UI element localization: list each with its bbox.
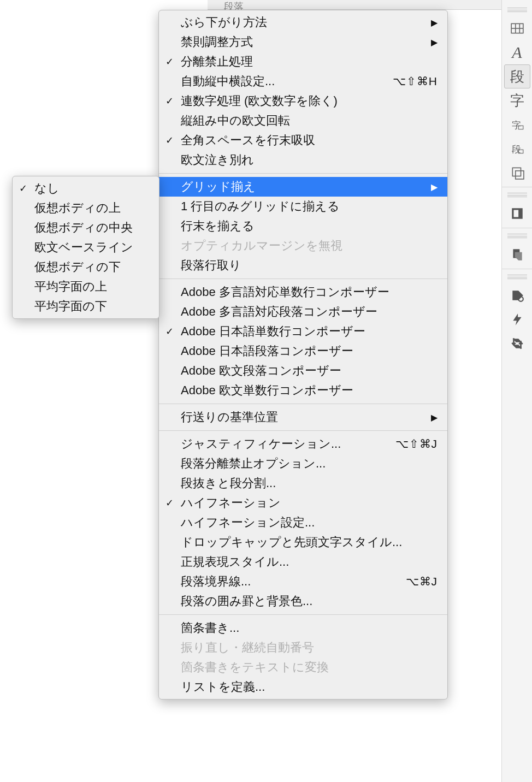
composer-jp-para-menuitem[interactable]: Adobe 日本語段落コンポーザー — [159, 341, 447, 361]
absorb-space-menuitem[interactable]: ✓全角スペースを行末吸収 — [159, 131, 447, 150]
grid-first-line-menuitem[interactable]: 1 行目のみグリッドに揃える — [159, 197, 447, 216]
panel-grip-icon[interactable] — [507, 275, 527, 279]
span-columns-menuitem[interactable]: 段抜きと段分割... — [159, 473, 447, 493]
embox-top-menuitem[interactable]: 仮想ボディの上 — [13, 198, 159, 218]
script-panel-icon[interactable] — [504, 242, 530, 266]
chevron-right-icon: ▶ — [431, 182, 438, 192]
menu-item-label: 分離禁止処理 — [181, 54, 438, 70]
panel-grip-icon[interactable] — [507, 8, 527, 12]
panel-grip-icon[interactable] — [507, 193, 527, 197]
menu-item-label: 行送りの基準位置 — [181, 409, 424, 425]
menu-item-label: グリッド揃え — [181, 179, 424, 195]
menu-item-label: 禁則調整方式 — [181, 34, 424, 50]
kinsoku-adjust-menuitem[interactable]: 禁則調整方式▶ — [159, 32, 447, 52]
menu-item-label: 段落境界線... — [181, 573, 395, 590]
character-panel-icon[interactable]: A — [504, 40, 530, 64]
panel-grip-icon[interactable] — [507, 234, 527, 238]
composer-world-para-menuitem[interactable]: Adobe 多言語対応段落コンポーザー — [159, 302, 447, 322]
menu-item-label: 仮想ボディの下 — [34, 259, 149, 275]
check-icon: ✓ — [165, 56, 174, 68]
embox-bottom-menuitem[interactable]: 仮想ボディの下 — [13, 257, 159, 277]
menu-separator — [159, 173, 447, 174]
check-icon: ✓ — [165, 497, 174, 509]
menu-item-label: Adobe 欧文段落コンポーザー — [181, 363, 438, 379]
menu-item-label: 行末を揃える — [181, 218, 438, 234]
composer-roman-para-menuitem[interactable]: Adobe 欧文段落コンポーザー — [159, 361, 447, 381]
menu-group-4: 行送りの基準位置▶ — [159, 407, 447, 427]
menu-item-label: なし — [34, 180, 149, 197]
svg-text:字: 字 — [512, 120, 521, 131]
menu-item-label: 正規表現スタイル... — [181, 554, 438, 570]
grep-styles-menuitem[interactable]: 正規表現スタイル... — [159, 552, 447, 572]
keep-options-menuitem[interactable]: 段落分離禁止オプション... — [159, 454, 447, 473]
grid-panel-icon[interactable] — [504, 16, 530, 40]
menu-item-label: 仮想ボディの中央 — [34, 220, 149, 236]
icf-bottom-menuitem[interactable]: 平均字面の下 — [13, 297, 159, 316]
para-style-panel-icon[interactable]: 段 — [504, 137, 530, 161]
grid-align-menuitem[interactable]: グリッド揃え▶ — [159, 177, 447, 197]
menu-item-label: ハイフネーション設定... — [181, 514, 438, 531]
menu-item-label: ぶら下がり方法 — [181, 14, 424, 31]
paragraph-gyodori-menuitem[interactable]: 段落行取り — [159, 256, 447, 275]
none-menuitem[interactable]: ✓なし — [13, 179, 159, 198]
menu-group-3: Adobe 多言語対応単数行コンポーザーAdobe 多言語対応段落コンポーザー✓… — [159, 282, 447, 400]
svg-rect-9 — [515, 171, 523, 179]
paragraph-border-menuitem[interactable]: 段落の囲み罫と背景色... — [159, 591, 447, 611]
menu-item-label: 段抜きと段分割... — [181, 475, 438, 491]
roman-break-menuitem[interactable]: 欧文泣き別れ — [159, 150, 447, 170]
hyphenation-settings-menuitem[interactable]: ハイフネーション設定... — [159, 513, 447, 532]
define-lists-menuitem[interactable]: リストを定義... — [159, 677, 447, 697]
composer-world-single-menuitem[interactable]: Adobe 多言語対応単数行コンポーザー — [159, 282, 447, 302]
bolt-panel-icon[interactable] — [504, 307, 530, 331]
no-break-menuitem[interactable]: ✓分離禁止処理 — [159, 52, 447, 72]
menu-group-2: グリッド揃え▶1 行目のみグリッドに揃える行末を揃えるオプティカルマージンを無視… — [159, 177, 447, 275]
bullets-menuitem[interactable]: 箇条書き... — [159, 618, 447, 638]
menu-item-label: リストを定義... — [181, 679, 438, 695]
object-style-panel-icon[interactable] — [504, 161, 530, 185]
auto-tcy-menuitem[interactable]: 自動縦中横設定...⌥⇧⌘H — [159, 72, 447, 91]
tag-panel-icon[interactable] — [504, 283, 530, 307]
menu-item-label: Adobe 多言語対応段落コンポーザー — [181, 304, 438, 320]
hyphenation-menuitem[interactable]: ✓ハイフネーション — [159, 493, 447, 513]
number-group-menuitem[interactable]: ✓連数字処理 (欧文数字を除く) — [159, 91, 447, 111]
menu-separator — [159, 404, 447, 404]
menu-item-label: 自動縦中横設定... — [181, 73, 382, 90]
embox-center-menuitem[interactable]: 仮想ボディの中央 — [13, 218, 159, 238]
menu-item-label: 振り直し・継続自動番号 — [181, 639, 438, 656]
story-panel-icon[interactable] — [504, 202, 530, 226]
paragraph-panel-menu: ぶら下がり方法▶禁則調整方式▶✓分離禁止処理自動縦中横設定...⌥⇧⌘H✓連数字… — [158, 10, 448, 700]
menu-item-label: Adobe 多言語対応単数行コンポーザー — [181, 284, 438, 300]
justification-menuitem[interactable]: ジャスティフィケーション...⌥⇧⌘J — [159, 434, 447, 454]
menu-item-shortcut: ⌥⌘J — [395, 575, 438, 588]
menu-item-label: Adobe 日本語単数行コンポーザー — [181, 323, 438, 340]
icf-top-menuitem[interactable]: 平均字面の上 — [13, 277, 159, 297]
svg-rect-8 — [512, 168, 521, 176]
glyph-panel-icon[interactable]: 字 — [504, 88, 530, 112]
menu-item-label: 箇条書きをテキストに変換 — [181, 659, 438, 676]
align-line-end-menuitem[interactable]: 行末を揃える — [159, 216, 447, 236]
rotate-roman-menuitem[interactable]: 縦組み中の欧文回転 — [159, 111, 447, 131]
roman-baseline-menuitem[interactable]: 欧文ベースライン — [13, 238, 159, 257]
paragraph-panel-icon[interactable]: 段 — [504, 64, 530, 88]
panel-separator — [502, 269, 532, 269]
svg-rect-11 — [513, 210, 518, 217]
hanging-method-menuitem[interactable]: ぶら下がり方法▶ — [159, 13, 447, 32]
composer-jp-single-menuitem[interactable]: ✓Adobe 日本語単数行コンポーザー — [159, 322, 447, 341]
char-style-panel-icon[interactable]: 字 — [504, 112, 530, 137]
menu-separator — [159, 279, 447, 279]
leading-basis-menuitem[interactable]: 行送りの基準位置▶ — [159, 407, 447, 427]
menu-item-shortcut: ⌥⇧⌘H — [382, 75, 438, 88]
drop-caps-menuitem[interactable]: ドロップキャップと先頭文字スタイル... — [159, 532, 447, 552]
check-icon: ✓ — [19, 182, 27, 194]
menu-group-1: ぶら下がり方法▶禁則調整方式▶✓分離禁止処理自動縦中横設定...⌥⇧⌘H✓連数字… — [159, 13, 447, 170]
composer-roman-single-menuitem[interactable]: Adobe 欧文単数行コンポーザー — [159, 381, 447, 400]
menu-item-label: Adobe 欧文単数行コンポーザー — [181, 382, 438, 399]
check-icon: ✓ — [165, 134, 174, 146]
check-icon: ✓ — [165, 95, 174, 107]
paragraph-rules-menuitem[interactable]: 段落境界線...⌥⌘J — [159, 572, 447, 591]
check-icon: ✓ — [165, 325, 174, 337]
menu-item-label: 欧文ベースライン — [34, 239, 149, 256]
crossref-panel-icon[interactable] — [504, 331, 530, 356]
menu-item-label: ドロップキャップと先頭文字スタイル... — [181, 534, 438, 550]
menu-separator — [159, 430, 447, 431]
